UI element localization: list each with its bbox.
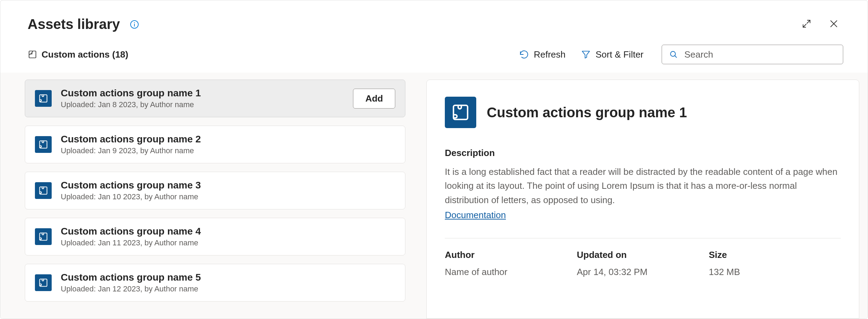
action-group-icon (35, 228, 52, 245)
list-item[interactable]: Custom actions group name 5 Uploaded: Ja… (25, 264, 405, 302)
info-icon[interactable] (130, 20, 139, 29)
puzzle-icon (28, 50, 37, 59)
assets-library-panel: Assets library Custom actions (18) (0, 0, 868, 319)
documentation-link[interactable]: Documentation (445, 210, 841, 221)
sort-filter-button[interactable]: Sort & Filter (573, 46, 651, 63)
list-item-subtitle: Uploaded: Jan 8 2023, by Author name (61, 100, 344, 109)
list-item-subtitle: Uploaded: Jan 12 2023, by Author name (61, 284, 395, 294)
section-label: Custom actions (18) (28, 49, 128, 60)
search-input-wrap[interactable] (662, 45, 843, 64)
action-group-icon (35, 182, 52, 199)
list-item-title: Custom actions group name 2 (61, 134, 395, 145)
sort-filter-label: Sort & Filter (596, 49, 643, 60)
description-label: Description (445, 148, 841, 158)
panel-header: Assets library (0, 0, 868, 45)
page-title: Assets library (28, 16, 120, 32)
meta-updated-value: Apr 14, 03:32 PM (577, 267, 709, 277)
refresh-icon (519, 50, 529, 59)
list-item-text: Custom actions group name 4 Uploaded: Ja… (61, 226, 395, 247)
close-icon (829, 18, 839, 30)
section-count: Custom actions (18) (42, 49, 128, 60)
list-item-text: Custom actions group name 5 Uploaded: Ja… (61, 272, 395, 294)
list-item-title: Custom actions group name 4 (61, 226, 395, 237)
add-button[interactable]: Add (353, 89, 395, 109)
list-item-title: Custom actions group name 1 (61, 88, 344, 99)
list-item-subtitle: Uploaded: Jan 9 2023, by Author name (61, 146, 395, 155)
detail-icon (445, 97, 476, 128)
action-group-icon (35, 274, 52, 291)
toolbar: Custom actions (18) Refresh Sort & Filte… (0, 45, 868, 73)
detail-title: Custom actions group name 1 (487, 105, 687, 120)
svg-point-2 (134, 22, 134, 23)
list-item-subtitle: Uploaded: Jan 11 2023, by Author name (61, 238, 395, 247)
meta-author: Author Name of author (445, 250, 577, 277)
meta-size-value: 132 MB (709, 267, 841, 277)
search-icon (669, 50, 678, 59)
svg-line-7 (675, 55, 676, 57)
list-item-title: Custom actions group name 5 (61, 272, 395, 283)
list-item-subtitle: Uploaded: Jan 10 2023, by Author name (61, 192, 395, 201)
meta-row: Author Name of author Updated on Apr 14,… (445, 250, 841, 277)
detail-header: Custom actions group name 1 (445, 97, 841, 128)
list-item-text: Custom actions group name 1 Uploaded: Ja… (61, 88, 344, 109)
expand-button[interactable] (797, 14, 816, 34)
divider (445, 238, 841, 238)
meta-updated: Updated on Apr 14, 03:32 PM (577, 250, 709, 277)
meta-updated-label: Updated on (577, 250, 709, 260)
close-button[interactable] (824, 14, 843, 34)
expand-icon (801, 18, 812, 30)
search-input[interactable] (684, 49, 836, 60)
action-group-icon (35, 90, 52, 107)
actions-list: Custom actions group name 1 Uploaded: Ja… (25, 80, 405, 319)
list-item[interactable]: Custom actions group name 3 Uploaded: Ja… (25, 172, 405, 209)
detail-pane: Custom actions group name 1 Description … (426, 80, 859, 319)
description-text: It is a long established fact that a rea… (445, 165, 841, 207)
list-item[interactable]: Custom actions group name 4 Uploaded: Ja… (25, 218, 405, 255)
meta-author-value: Name of author (445, 267, 577, 277)
filter-icon (581, 50, 591, 59)
list-item-text: Custom actions group name 3 Uploaded: Ja… (61, 180, 395, 201)
action-group-icon (35, 136, 52, 153)
list-item-text: Custom actions group name 2 Uploaded: Ja… (61, 134, 395, 155)
refresh-button[interactable]: Refresh (512, 46, 573, 63)
meta-author-label: Author (445, 250, 577, 260)
panel-body: Custom actions group name 1 Uploaded: Ja… (0, 73, 868, 319)
list-item[interactable]: Custom actions group name 2 Uploaded: Ja… (25, 126, 405, 163)
meta-size-label: Size (709, 250, 841, 260)
refresh-label: Refresh (534, 49, 566, 60)
list-item[interactable]: Custom actions group name 1 Uploaded: Ja… (25, 80, 405, 117)
list-item-title: Custom actions group name 3 (61, 180, 395, 191)
meta-size: Size 132 MB (709, 250, 841, 277)
